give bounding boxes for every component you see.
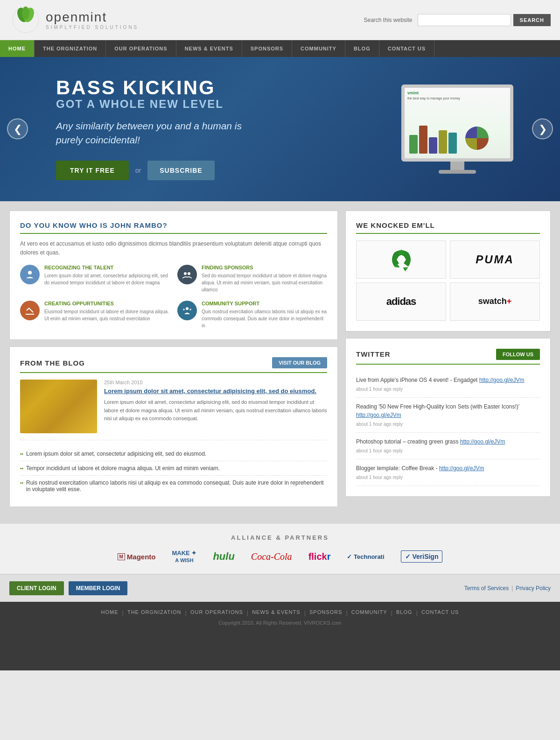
main-nav: HOME THE ORGNIZATION OUR OPERATIONS NEWS…	[0, 40, 560, 57]
left-column: DO YOU KNOW WHO IS JOHN RAMBO? At vero e…	[9, 211, 338, 514]
feature-talent-text: RECOGNIZING THE TALENT Lorem ipsum dolor…	[44, 265, 170, 286]
blog-bullet-3-text: Ruis nostrud exercitation ullamco labori…	[26, 479, 327, 493]
next-button[interactable]: ❯	[532, 119, 553, 140]
svg-point-8	[186, 307, 189, 310]
legal-separator: |	[511, 585, 513, 592]
nav-organization[interactable]: THE ORGNIZATION	[35, 40, 106, 57]
logo-text: openmint SIMPLYFIED SOLUTIONS	[46, 10, 139, 30]
tweet-1-link[interactable]: http://goo.gl/eJVm	[479, 377, 525, 383]
search-input[interactable]	[418, 14, 511, 26]
sponsor-swatch: swatch+	[450, 282, 540, 321]
hero-buttons: TRY IT FREE or SUBSCRIBE	[56, 161, 392, 180]
tweet-3-link[interactable]: http://goo.gl/eJVm	[460, 438, 505, 445]
subscribe-button[interactable]: SUBSCRIBE	[147, 161, 214, 180]
nav-sponsors[interactable]: SPONSORS	[242, 40, 292, 57]
partner-hulu: hulu	[213, 550, 234, 563]
tweet-4-link[interactable]: http://goo.gl/eJVm	[439, 465, 484, 472]
nav-community[interactable]: COMMUNITY	[292, 40, 345, 57]
prev-button[interactable]: ❮	[7, 119, 28, 140]
feature-sponsors: FINDING SPONSORS Sed do eiusmod tempor i…	[177, 265, 327, 293]
footer-nav-home[interactable]: HOME	[101, 609, 119, 616]
partners-row: M Magento MAKE ✦A WISH hulu Coca-Cola fl…	[9, 550, 551, 564]
features-grid: RECOGNIZING THE TALENT Lorem ipsum dolor…	[20, 265, 327, 329]
footer-nav-operations[interactable]: OUR OPERATIONS	[190, 609, 243, 616]
nav-blog[interactable]: BLOG	[345, 40, 379, 57]
alliance-section: ALLIANCE & PARTNERS M Magento MAKE ✦A WI…	[0, 523, 560, 574]
feature-sponsors-desc: Sed do eiusmod tempor incididunt ut labo…	[202, 272, 327, 293]
feature-opp-title: CREATING OPPURTUNITIES	[44, 301, 170, 306]
blog-post-title: Lorem ipsum dolor sit amet, consectetur …	[104, 388, 327, 395]
terms-link[interactable]: Terms of Services	[464, 585, 509, 592]
blog-thumbnail	[20, 380, 97, 433]
feature-talent-desc: Lorem ipsum dolor sit amet, consectetur …	[44, 272, 170, 286]
feature-opportunities-text: CREATING OPPURTUNITIES Eiusmod tempor in…	[44, 301, 170, 322]
hero-monitor: vmint the best way to manage your money	[392, 85, 523, 174]
nav-home[interactable]: HOME	[0, 40, 35, 57]
alliance-title: ALLIANCE & PARTNERS	[9, 534, 551, 541]
login-buttons: CLIENT LOGIN MEMBER LOGIN	[9, 581, 127, 595]
swatch-logo-text: swatch+	[478, 296, 512, 306]
header: openmint SIMPLYFIED SOLUTIONS Search thi…	[0, 0, 560, 40]
tweet-1-meta: about 1 hour ago reply	[356, 386, 540, 393]
feature-opp-desc: Eiusmod tempor incididunt ut labore et d…	[44, 308, 170, 322]
tweet-3-meta: about 1 hour ago reply	[356, 447, 540, 454]
feature-community: COMMUNITY SUPPORT Quis nostrud exercitat…	[177, 301, 327, 329]
nav-contact[interactable]: CONTACT US	[379, 40, 434, 57]
footer-nav-organization[interactable]: THE ORGNIZATION	[127, 609, 182, 616]
footer-nav-blog[interactable]: BLOG	[396, 609, 413, 616]
blog-bullet-1: •• Lorem ipsum dolor sit amet, consectet…	[20, 447, 327, 461]
member-login-button[interactable]: MEMBER LOGIN	[69, 581, 128, 595]
try-free-button[interactable]: TRY IT FREE	[56, 161, 129, 180]
svg-point-10	[189, 309, 191, 310]
bullet-icon-2: ••	[20, 466, 23, 472]
partner-technorati: ✓ Technorati	[347, 553, 384, 560]
tweet-2-link[interactable]: http://goo.gl/eJVm	[356, 412, 401, 418]
svg-point-6	[184, 272, 187, 275]
nav-news[interactable]: NEWS & EVENTS	[176, 40, 242, 57]
tweet-2-text: Reading '50 New Free High-Quality Icon S…	[356, 402, 540, 419]
footer-nav-news[interactable]: NEWS & EVENTS	[252, 609, 300, 616]
feature-talent-icon	[20, 265, 40, 284]
feature-sponsors-title: FINDING SPONSORS	[202, 265, 327, 270]
logo-tagline: SIMPLYFIED SOLUTIONS	[46, 25, 139, 30]
tweet-4-meta: about 1 hour ago reply	[356, 474, 540, 481]
sponsor-puma: PUMA	[450, 240, 540, 279]
feature-community-desc: Quis nostrud exercitation ullamco labori…	[202, 308, 327, 329]
search-label: Search this website	[364, 17, 412, 23]
tweet-2-meta: about 1 hour ago reply	[356, 421, 540, 428]
tweet-3-text: Photoshop tutorial – creating green gras…	[356, 437, 540, 446]
hero-text: Any similarity between you and a human i…	[56, 119, 252, 148]
tweet-1-text: Live from Apple's iPhone OS 4 event! - E…	[356, 376, 540, 384]
feature-opportunities-icon	[20, 301, 40, 320]
footer-bottom-space	[0, 633, 560, 670]
sponsor-recycling	[356, 240, 446, 279]
blog-bullet-2: •• Tempor incididunt ut labore et dolore…	[20, 461, 327, 476]
logo: openmint SIMPLYFIED SOLUTIONS	[9, 5, 139, 35]
footer-login-bar: CLIENT LOGIN MEMBER LOGIN Terms of Servi…	[0, 574, 560, 602]
blog-post-content: 25th March 2010 Lorem ipsum dolor sit am…	[104, 380, 327, 433]
logo-name: openmint	[46, 10, 139, 25]
client-login-button[interactable]: CLIENT LOGIN	[9, 581, 64, 595]
footer-nav-community[interactable]: COMMUNITY	[351, 609, 387, 616]
footer-sep-1: |	[122, 609, 124, 616]
privacy-link[interactable]: Privacy Policy	[516, 585, 551, 592]
hero-or: or	[135, 167, 141, 174]
footer-nav-contact[interactable]: CONTACT US	[421, 609, 459, 616]
search-button[interactable]: SEARCH	[513, 14, 551, 26]
hero-content: BASS KICKING GOT A WHOLE NEW LEVEL Any s…	[56, 78, 392, 180]
footer-sep-5: |	[346, 609, 347, 616]
screen-brand: vmint	[407, 91, 507, 95]
partner-flickr: flickr	[308, 551, 331, 562]
copyright: Copyright 2010. All Rights Reserved. VIV…	[9, 620, 551, 626]
feature-opportunities: CREATING OPPURTUNITIES Eiusmod tempor in…	[20, 301, 170, 329]
follow-button[interactable]: FOLLOW US	[496, 349, 540, 360]
partner-verisign: ✓ VeriSign	[401, 550, 443, 563]
nav-operations[interactable]: OUR OPERATIONS	[106, 40, 176, 57]
visit-blog-button[interactable]: VISIT OUR BLOG	[272, 357, 327, 368]
footer-sep-7: |	[416, 609, 418, 616]
bullet-icon-3: ••	[20, 480, 23, 493]
feature-community-title: COMMUNITY SUPPORT	[202, 301, 327, 306]
main-content: DO YOU KNOW WHO IS JOHN RAMBO? At vero e…	[0, 201, 560, 523]
footer-nav-sponsors[interactable]: SPONSORS	[309, 609, 342, 616]
footer-sep-4: |	[304, 609, 306, 616]
